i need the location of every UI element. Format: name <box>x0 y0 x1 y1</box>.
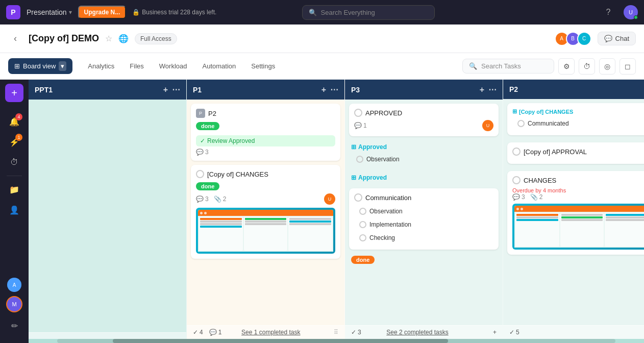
back-button[interactable]: ‹ <box>8 32 22 46</box>
nav-settings[interactable]: Settings <box>244 59 282 73</box>
comment-count: 💬 3 <box>196 195 209 203</box>
thumb-row <box>200 223 242 225</box>
board-view-dropdown[interactable]: ▾ <box>59 61 66 71</box>
approved-section-2: ⊞ Approved <box>349 171 499 184</box>
see-completed-link[interactable]: See 1 completed task <box>241 329 300 336</box>
app-container: + 🔔 4 ⚡ 1 ⏱ 📁 👤 A M ✏ PPT1 + ⋯ <box>0 80 644 343</box>
time-sidebar-button[interactable]: ⏱ <box>5 153 23 172</box>
sub-item-checking[interactable]: Checking <box>354 231 493 244</box>
card-communication-radio[interactable] <box>354 193 362 202</box>
card-approved-header: APPROVED <box>354 109 493 117</box>
column-ppt1-more[interactable]: ⋯ <box>172 85 180 94</box>
upgrade-button[interactable]: Upgrade N... <box>78 6 127 19</box>
card-avatar: U <box>324 193 335 205</box>
user-sidebar-avatar-small[interactable]: A <box>7 278 21 292</box>
chat-button[interactable]: 💬 Chat <box>598 32 636 45</box>
sub-radio[interactable] <box>356 156 363 163</box>
p2-changes-radio[interactable] <box>512 176 521 184</box>
nav-automation[interactable]: Automation <box>195 59 243 73</box>
column-p2-header: P2 + <box>503 80 644 99</box>
sub-radio-check[interactable] <box>359 234 366 241</box>
time-button[interactable]: ⏱ <box>579 58 595 75</box>
sub-item-observation[interactable]: Observation <box>351 153 497 166</box>
card-p2-meta: 💬 3 <box>196 149 335 156</box>
card-copy-changes-radio[interactable] <box>196 170 204 178</box>
hide-button[interactable]: ◻ <box>620 58 636 75</box>
thumb-top-2 <box>514 206 644 212</box>
card-approved: APPROVED 💬 1 U <box>349 104 499 136</box>
user-avatar[interactable]: U <box>624 5 638 19</box>
view-button[interactable]: ◎ <box>599 58 615 75</box>
workspace-title[interactable]: Presentation ▾ <box>27 8 72 16</box>
search-tasks-input[interactable]: 🔍 Search Tasks <box>462 59 554 74</box>
sub-item-implementation[interactable]: Implementation <box>354 218 493 231</box>
edit-button[interactable]: ✏ <box>5 316 23 335</box>
column-p1-more[interactable]: ⋯ <box>330 85 338 94</box>
toolbar-right: 🔍 Search Tasks ⚙ ⏱ ◎ ◻ <box>462 58 636 75</box>
nav-workload[interactable]: Workload <box>152 59 194 73</box>
column-p1-title: P1 <box>193 86 317 94</box>
thumbnail-inner-2 <box>514 206 644 248</box>
column-p3-add[interactable]: + <box>480 85 484 94</box>
board-view-button[interactable]: ⊞ Board view ▾ <box>8 58 72 74</box>
search-tasks-icon: 🔍 <box>469 62 477 70</box>
workspace-dropdown-icon[interactable]: ▾ <box>69 9 72 16</box>
card-p2-title: P2 <box>208 110 216 117</box>
p2-changes-meta: 💬 3 📎 2 <box>512 193 644 201</box>
column-p1-header: P1 + ⋯ <box>187 80 344 100</box>
column-ppt1: PPT1 + ⋯ <box>29 80 187 339</box>
add-button[interactable]: + <box>5 84 23 102</box>
filter-button[interactable]: ⚙ <box>558 58 575 75</box>
toolbar: ⊞ Board view ▾ Analytics Files Workload … <box>0 53 644 80</box>
column-p3-more[interactable]: ⋯ <box>488 85 497 94</box>
activity-button[interactable]: ⚡ 1 <box>5 133 23 151</box>
notifications-button[interactable]: 🔔 4 <box>5 112 23 131</box>
thumb-col <box>515 213 559 247</box>
column-ppt1-add[interactable]: + <box>163 85 168 94</box>
comment-icon: 💬 <box>354 122 362 129</box>
p2-copy-approval-radio[interactable] <box>512 148 521 156</box>
sub-radio-impl[interactable] <box>359 221 366 228</box>
nav-analytics[interactable]: Analytics <box>81 59 121 73</box>
thumbnail-inner <box>198 210 333 252</box>
thumb-dot <box>516 208 519 210</box>
thumb-row <box>606 214 644 216</box>
secondbar-right: A B C 💬 Chat <box>555 32 636 46</box>
column-p1-add[interactable]: + <box>321 85 326 94</box>
column-p2-footer: ✓ 5 <box>503 325 644 339</box>
help-button[interactable]: ? <box>599 3 617 21</box>
thumb-row <box>289 220 331 223</box>
nav-files[interactable]: Files <box>122 59 151 73</box>
column-ppt1-header: PPT1 + ⋯ <box>29 80 186 100</box>
card-approved-radio[interactable] <box>354 109 362 117</box>
favorite-icon[interactable]: ☆ <box>105 34 112 43</box>
horizontal-scrollbar[interactable] <box>57 339 615 343</box>
sub-item-observation-2[interactable]: Observation <box>354 205 493 218</box>
card-communication-header: Communication <box>354 193 493 202</box>
comment-count: 💬 3 <box>196 149 209 156</box>
scroll-thumb[interactable] <box>113 339 448 343</box>
sub-radio-comm[interactable] <box>517 120 525 127</box>
thumb-row <box>516 214 558 216</box>
global-search[interactable]: 🔍 Search Everything <box>302 5 435 20</box>
collaborators-avatars[interactable]: A B C <box>555 32 591 46</box>
card-p2-icon: P <box>196 109 205 118</box>
sub-communicated[interactable]: Communicated <box>512 117 644 130</box>
card-thumbnail <box>196 208 335 254</box>
thumb-dot <box>200 212 203 214</box>
card-copy-changes-status: done <box>196 182 219 190</box>
comment-icon: 💬 <box>196 195 204 203</box>
user-sidebar-avatar[interactable]: M <box>6 296 22 312</box>
folder-button[interactable]: 📁 <box>5 180 23 199</box>
globe-icon[interactable]: 🌐 <box>118 34 129 43</box>
review-approved-link[interactable]: ✓ Review Approved <box>196 135 335 146</box>
sub-radio-obs[interactable] <box>359 208 366 215</box>
people-button[interactable]: 👤 <box>5 201 23 219</box>
section-icon: ⊞ <box>512 108 517 115</box>
app-logo[interactable]: P <box>6 5 20 19</box>
task-icon: ✓ <box>193 329 198 336</box>
footer-add[interactable]: + <box>493 329 497 336</box>
overdue-label: Overdue by 4 months <box>512 187 644 193</box>
see-completed-link-p3[interactable]: See 2 completed tasks <box>386 329 448 336</box>
topbar-right: ? U <box>599 3 638 21</box>
